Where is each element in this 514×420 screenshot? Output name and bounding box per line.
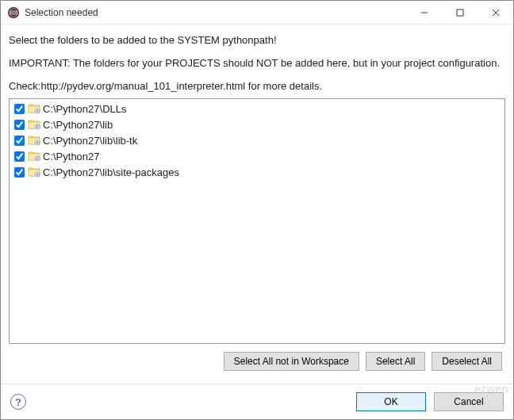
folder-icon bbox=[28, 102, 40, 115]
folder-icon bbox=[28, 134, 40, 147]
select-all-not-in-workspace-button[interactable]: Select All not in Workspace bbox=[224, 352, 359, 371]
ok-button[interactable]: OK bbox=[356, 392, 426, 411]
folder-checkbox[interactable] bbox=[14, 120, 25, 130]
folder-icon bbox=[28, 166, 40, 178]
window-title: Selection needed bbox=[25, 7, 406, 18]
important-text: IMPORTANT: The folders for your PROJECTS… bbox=[9, 57, 505, 69]
content-area: Select the folders to be added to the SY… bbox=[1, 25, 513, 384]
folder-checkbox[interactable] bbox=[14, 136, 25, 146]
folder-row[interactable]: C:\Python27\lib bbox=[13, 116, 501, 132]
folder-icon bbox=[28, 118, 40, 131]
footer-buttons: OK Cancel bbox=[356, 392, 504, 411]
folder-path-label: C:\Python27\lib bbox=[43, 119, 113, 131]
svg-rect-4 bbox=[10, 13, 17, 14]
check-details-text: Check:http://pydev.org/manual_101_interp… bbox=[9, 80, 505, 92]
folder-row[interactable]: C:\Python27\DLLs bbox=[13, 101, 501, 116]
svg-rect-3 bbox=[10, 12, 17, 13]
folder-checkbox[interactable] bbox=[14, 151, 25, 162]
folder-path-label: C:\Python27\DLLs bbox=[43, 103, 127, 115]
svg-rect-10 bbox=[36, 110, 37, 113]
folder-path-label: C:\Python27\lib\site-packages bbox=[43, 166, 179, 178]
cancel-button[interactable]: Cancel bbox=[434, 392, 504, 411]
instruction-text: Select the folders to be added to the SY… bbox=[9, 34, 505, 46]
svg-rect-16 bbox=[36, 158, 37, 160]
svg-rect-14 bbox=[36, 142, 37, 144]
folder-row[interactable]: C:\Python27\lib\site-packages bbox=[13, 164, 501, 180]
folder-checkbox[interactable] bbox=[14, 104, 25, 114]
folder-path-label: C:\Python27 bbox=[43, 151, 100, 162]
help-label: ? bbox=[15, 396, 21, 408]
folder-row[interactable]: C:\Python27 bbox=[13, 148, 501, 164]
footer: ? OK Cancel bbox=[1, 384, 513, 419]
minimize-button[interactable] bbox=[406, 1, 442, 24]
folder-checkbox[interactable] bbox=[14, 167, 25, 178]
svg-rect-2 bbox=[10, 10, 17, 11]
close-button[interactable] bbox=[478, 1, 513, 24]
maximize-button[interactable] bbox=[442, 1, 478, 24]
folder-icon bbox=[28, 150, 40, 162]
deselect-all-button[interactable]: Deselect All bbox=[432, 352, 502, 371]
svg-rect-18 bbox=[36, 174, 37, 176]
eclipse-icon bbox=[7, 6, 20, 19]
svg-rect-6 bbox=[457, 10, 463, 16]
dialog-window: Selection needed Select the folders to b… bbox=[0, 0, 514, 420]
titlebar: Selection needed bbox=[1, 1, 513, 25]
select-all-button[interactable]: Select All bbox=[366, 352, 425, 371]
help-icon[interactable]: ? bbox=[10, 394, 26, 410]
folder-listbox[interactable]: C:\Python27\DLLs C:\Python27\lib C:\Pyth… bbox=[9, 98, 505, 344]
svg-rect-12 bbox=[36, 126, 37, 128]
folder-path-label: C:\Python27\lib\lib-tk bbox=[43, 135, 137, 147]
window-controls bbox=[406, 1, 513, 24]
selection-button-row: Select All not in Workspace Select All D… bbox=[9, 352, 505, 377]
folder-row[interactable]: C:\Python27\lib\lib-tk bbox=[13, 132, 501, 148]
